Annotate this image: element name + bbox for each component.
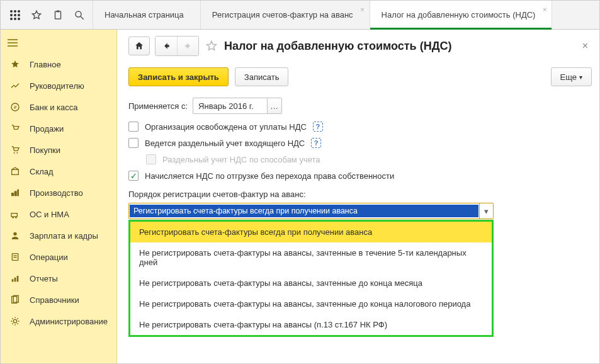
sidebar-item-admin[interactable]: Администрирование <box>1 310 116 332</box>
home-button[interactable] <box>128 37 150 55</box>
top-bar: Начальная страница Регистрация счетов-фа… <box>1 1 599 30</box>
sidebar-item-main[interactable]: Главное <box>1 54 116 75</box>
svg-point-7 <box>14 18 16 20</box>
dropdown-option[interactable]: Не регистрировать счета-фактуры на аванс… <box>130 314 492 335</box>
svg-rect-23 <box>17 190 19 196</box>
checkbox-exempt: Организация освобождена от уплаты НДС ? <box>128 122 592 132</box>
svg-point-19 <box>16 152 18 154</box>
applies-from-picker-button[interactable]: … <box>267 98 282 114</box>
help-icon[interactable]: ? <box>311 138 321 148</box>
svg-rect-33 <box>17 276 19 282</box>
svg-point-36 <box>13 319 16 322</box>
svg-point-11 <box>76 11 81 17</box>
svg-rect-21 <box>11 193 14 196</box>
svg-point-18 <box>14 152 15 154</box>
applies-from-label: Применяется с: <box>128 101 188 111</box>
sidebar-item-purch[interactable]: Покупки <box>1 139 116 161</box>
svg-rect-10 <box>57 10 60 12</box>
svg-point-3 <box>10 14 13 16</box>
tabs: Начальная страница Регистрация счетов-фа… <box>93 1 599 29</box>
svg-rect-20 <box>12 169 19 174</box>
sidebar-item-label: Зарплата и кадры <box>30 231 98 241</box>
sidebar-item-label: Главное <box>30 60 61 69</box>
checkbox-input[interactable] <box>128 122 139 132</box>
clipboard-icon[interactable] <box>47 1 69 30</box>
sidebar-item-stock[interactable]: Склад <box>1 161 116 182</box>
checkbox-label: Ведется раздельный учет входящего НДС <box>145 139 305 148</box>
save-and-close-button[interactable]: Записать и закрыть <box>128 67 229 86</box>
svg-text:₽: ₽ <box>14 105 17 110</box>
more-button[interactable]: Еще▾ <box>551 67 592 86</box>
checkbox-input[interactable]: ✓ <box>128 171 139 181</box>
sidebar: ГлавноеРуководителю₽Банк и кассаПродажиП… <box>1 30 117 363</box>
svg-point-0 <box>10 10 13 13</box>
tab-label: Начальная страница <box>105 10 184 20</box>
sidebar-item-ref[interactable]: Справочники <box>1 289 116 310</box>
save-button[interactable]: Записать <box>235 67 289 86</box>
sidebar-item-label: Руководителю <box>30 81 84 91</box>
body: ГлавноеРуководителю₽Банк и кассаПродажиП… <box>1 30 599 363</box>
svg-line-12 <box>81 16 84 20</box>
sidebar-item-label: ОС и НМА <box>30 210 69 219</box>
button-label: Еще <box>560 72 577 82</box>
svg-point-6 <box>10 18 13 20</box>
combo-field[interactable]: Регистрировать счета-фактуры всегда при … <box>128 203 494 219</box>
sidebar-item-rep[interactable]: Отчеты <box>1 268 116 289</box>
svg-point-2 <box>18 10 20 13</box>
tab-vat[interactable]: Налог на добавленную стоимость (НДС)× <box>370 1 553 29</box>
sidebar-toggle-icon[interactable] <box>6 36 20 50</box>
applies-from-input[interactable]: Январь 2016 г. <box>193 98 267 114</box>
svg-point-1 <box>14 10 16 13</box>
favorite-star-icon[interactable] <box>204 38 219 54</box>
prod-icon <box>9 187 21 198</box>
purch-icon <box>9 144 21 156</box>
bank-icon: ₽ <box>9 101 21 113</box>
close-icon[interactable]: × <box>543 6 546 13</box>
search-icon[interactable] <box>69 1 90 30</box>
svg-rect-32 <box>14 278 16 282</box>
sidebar-item-ops[interactable]: Операции <box>1 246 116 268</box>
tab-home[interactable]: Начальная страница <box>93 1 201 29</box>
forward-button <box>177 37 198 55</box>
svg-rect-22 <box>14 191 17 196</box>
ops-icon <box>9 251 21 263</box>
sidebar-item-bank[interactable]: ₽Банк и касса <box>1 96 116 118</box>
checkbox-label: Организация освобождена от уплаты НДС <box>145 122 307 132</box>
sidebar-item-hr[interactable]: Зарплата и кадры <box>1 225 116 246</box>
help-icon[interactable]: ? <box>313 122 323 132</box>
advance-order-label: Порядок регистрации счетов-фактур на ава… <box>128 190 592 199</box>
top-tools <box>1 1 93 29</box>
combo-value: Регистрировать счета-фактуры всегда при … <box>130 205 478 217</box>
apps-grid-icon[interactable] <box>4 1 26 30</box>
close-icon[interactable]: × <box>360 6 364 13</box>
sidebar-item-label: Операции <box>30 253 68 262</box>
svg-rect-9 <box>55 11 61 19</box>
main-icon <box>9 59 21 70</box>
sidebar-item-label: Склад <box>30 167 54 176</box>
checkbox-split-by-method: Раздельный учет НДС по способам учета <box>146 154 592 164</box>
sidebar-item-sales[interactable]: Продажи <box>1 118 116 139</box>
checkbox-input[interactable] <box>128 138 139 148</box>
applies-from-row: Применяется с: Январь 2016 г. … <box>128 98 592 114</box>
star-icon[interactable] <box>26 1 47 30</box>
combo-dropdown-button[interactable]: ▾ <box>479 203 493 219</box>
sidebar-item-prod[interactable]: Производство <box>1 182 116 203</box>
dropdown-option[interactable]: Не регистрировать счета-фактуры на аванс… <box>130 242 492 273</box>
dropdown-option[interactable]: Регистрировать счета-фактуры всегда при … <box>130 222 492 242</box>
nav-group <box>155 36 199 56</box>
back-button[interactable] <box>156 37 177 55</box>
checkbox-label: Начисляется НДС по отгрузке без перехода… <box>145 171 394 181</box>
rep-icon <box>9 273 21 284</box>
dropdown-option[interactable]: Не регистрировать счета-фактуры на аванс… <box>130 293 492 314</box>
sidebar-item-mgr[interactable]: Руководителю <box>1 75 116 96</box>
checkbox-input <box>146 154 156 164</box>
sidebar-item-label: Продажи <box>30 124 64 134</box>
actions-row: Записать и закрыть Записать Еще▾ <box>128 67 592 86</box>
sidebar-item-label: Производство <box>30 188 83 198</box>
sidebar-item-assets[interactable]: ОС и НМА <box>1 203 116 225</box>
mgr-icon <box>9 80 21 91</box>
dropdown-option[interactable]: Не регистрировать счета-фактуры на аванс… <box>130 273 492 293</box>
tab-invoice-reg[interactable]: Регистрация счетов-фактур на аванс× <box>201 1 370 29</box>
button-label: Записать <box>244 72 280 82</box>
panel-close-icon[interactable]: × <box>579 38 592 54</box>
